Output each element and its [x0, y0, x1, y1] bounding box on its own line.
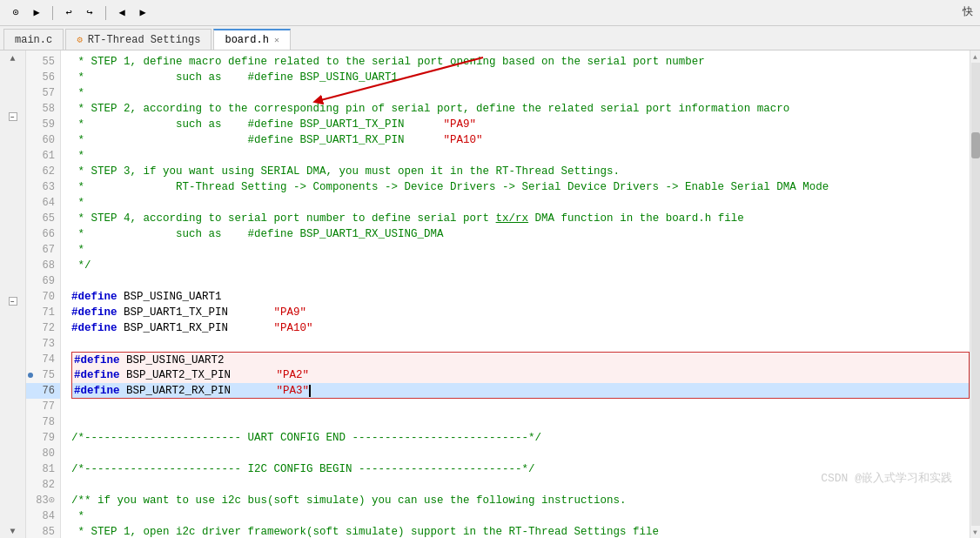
code-line-77: [71, 399, 970, 414]
code-text-61: *: [71, 148, 84, 164]
line-num-67: 67: [26, 242, 60, 258]
toolbar-icon-1[interactable]: ⊙: [7, 4, 24, 22]
line-num-85: 85: [26, 524, 60, 538]
line-num-60: 60: [26, 132, 60, 148]
code-line-82: [71, 477, 970, 493]
toolbar: ⊙ ▶ ↩ ↪ ◀ ▶ 快: [0, 0, 980, 26]
code-text-63: * RT-Thread Setting -> Components -> Dev…: [71, 179, 829, 195]
code-text-76b: "PA3": [277, 383, 310, 399]
scroll-down-arrow[interactable]: ▼: [10, 527, 15, 536]
left-margin: ▲ − − ▼: [0, 50, 26, 538]
line-num-69: 69: [26, 273, 60, 289]
toolbar-icon-6[interactable]: ▶: [134, 4, 151, 22]
line-num-57: 57: [26, 85, 60, 101]
code-text-65: * STEP 4, according to serial port numbe…: [71, 211, 744, 226]
tab-rt-thread-settings[interactable]: ⚙ RT-Thread Settings: [65, 29, 211, 50]
code-text-67: *: [71, 242, 84, 258]
code-line-63: * RT-Thread Setting -> Components -> Dev…: [71, 179, 970, 195]
code-text-70: BSP_USING_UART1: [117, 289, 222, 305]
code-text-59: * such as #define BSP_UART1_TX_PIN "PA9": [71, 117, 476, 132]
tab-bar: main.c ⚙ RT-Thread Settings board.h ✕: [0, 26, 980, 50]
scroll-up-arrow[interactable]: ▲: [10, 54, 15, 64]
app-window: ⊙ ▶ ↩ ↪ ◀ ▶ 快 main.c ⚙ RT-Thread Setting…: [0, 0, 980, 538]
code-line-79: /*------------------------ UART CONFIG E…: [71, 430, 970, 446]
code-line-72: #define BSP_UART1_RX_PIN "PA10": [71, 320, 970, 336]
line-num-66: 66: [26, 226, 60, 242]
code-line-71: #define BSP_UART1_TX_PIN "PA9": [71, 305, 970, 320]
code-text-81: /*------------------------ I2C CONFIG BE…: [71, 461, 535, 477]
toolbar-icon-5[interactable]: ◀: [113, 4, 131, 22]
code-text-57: *: [71, 85, 84, 101]
code-wrapper[interactable]: * STEP 1, define macro define related to…: [61, 50, 970, 538]
code-text-68: */: [71, 258, 91, 273]
code-line-70: #define BSP_USING_UART1: [71, 289, 970, 305]
code-kw-75: #define: [74, 367, 120, 383]
line-num-61: 61: [26, 148, 60, 164]
toolbar-sep-1: [52, 6, 53, 20]
right-scrollbar[interactable]: ▲ ▼: [970, 50, 980, 538]
code-line-80: [71, 446, 970, 461]
code-line-56: * such as #define BSP_USING_UART1: [71, 70, 970, 85]
code-text-74: BSP_USING_UART2: [120, 353, 225, 368]
code-line-67: *: [71, 242, 970, 258]
tab-close-board-h[interactable]: ✕: [274, 35, 279, 45]
line-num-71: 71: [26, 305, 60, 320]
tab-label-main-c: main.c: [15, 34, 52, 46]
code-line-84: *: [71, 508, 970, 524]
code-line-61: *: [71, 148, 970, 164]
code-text-83: /** if you want to use i2c bus(soft simu…: [71, 493, 627, 508]
fold-indicator-1[interactable]: −: [9, 112, 17, 121]
tab-icon-settings: ⚙: [77, 34, 83, 45]
line-num-82: 82: [26, 477, 60, 493]
code-text-75a: BSP_UART2_TX_PIN: [120, 367, 277, 383]
code-text-71b: "PA9": [274, 305, 307, 320]
toolbar-sep-2: [105, 6, 106, 20]
code-line-73: [71, 336, 970, 352]
tab-main-c[interactable]: main.c: [3, 29, 64, 50]
line-num-74: 74: [26, 352, 60, 367]
code-text-58: * STEP 2, according to the corresponding…: [71, 101, 789, 117]
code-text-85: * STEP 1, open i2c driver framework(soft…: [71, 524, 659, 538]
fold-indicator-2[interactable]: −: [9, 297, 17, 306]
code-text-62: * STEP 3, if you want using SERIAL DMA, …: [71, 164, 620, 179]
code-line-78: [71, 414, 970, 430]
line-num-83: 83⊙: [26, 493, 60, 508]
code-text-72a: BSP_UART1_RX_PIN: [117, 320, 274, 336]
code-line-83: /** if you want to use i2c bus(soft simu…: [71, 493, 970, 508]
code-text-71a: BSP_UART1_TX_PIN: [117, 305, 274, 320]
code-text-60: * #define BSP_UART1_RX_PIN "PA10": [71, 132, 483, 148]
line-num-70: 70: [26, 289, 60, 305]
code-line-74: #define BSP_USING_UART2: [71, 352, 970, 367]
toolbar-icon-4[interactable]: ↪: [81, 4, 98, 22]
code-text-79: /*------------------------ UART CONFIG E…: [71, 430, 541, 446]
tab-board-h[interactable]: board.h ✕: [213, 29, 290, 50]
line-num-81: 81: [26, 461, 60, 477]
scroll-up-btn[interactable]: ▲: [970, 50, 981, 63]
code-kw-70: #define: [71, 289, 117, 305]
code-line-76: #define BSP_UART2_RX_PIN "PA3": [71, 383, 970, 399]
code-text-55: * STEP 1, define macro define related to…: [71, 54, 705, 70]
code-text-66: * such as #define BSP_UART1_RX_USING_DMA: [71, 226, 444, 242]
scrollbar-track[interactable]: [971, 63, 980, 526]
line-num-63: 63: [26, 179, 60, 195]
code-line-62: * STEP 3, if you want using SERIAL DMA, …: [71, 164, 970, 179]
code-line-57: *: [71, 85, 970, 101]
code-kw-76: #define: [74, 383, 120, 399]
line-num-68: 68: [26, 258, 60, 273]
cursor-76: [309, 385, 311, 397]
tab-label-board-h: board.h: [225, 34, 268, 46]
code-line-81: /*------------------------ I2C CONFIG BE…: [71, 461, 970, 477]
line-num-84: 84: [26, 508, 60, 524]
code-area[interactable]: * STEP 1, define macro define related to…: [61, 50, 970, 538]
line-num-56: 56: [26, 70, 60, 85]
code-text-76a: BSP_UART2_RX_PIN: [120, 383, 277, 399]
line-num-72: 72: [26, 320, 60, 336]
line-num-79: 79: [26, 430, 60, 446]
toolbar-icon-3[interactable]: ↩: [60, 4, 77, 22]
scrollbar-thumb[interactable]: [971, 132, 980, 158]
toolbar-icon-2[interactable]: ▶: [28, 4, 45, 22]
scroll-down-btn[interactable]: ▼: [970, 526, 981, 538]
line-num-75: 75: [26, 367, 60, 383]
code-line-85: * STEP 1, open i2c driver framework(soft…: [71, 524, 970, 538]
code-text-64: *: [71, 195, 84, 211]
